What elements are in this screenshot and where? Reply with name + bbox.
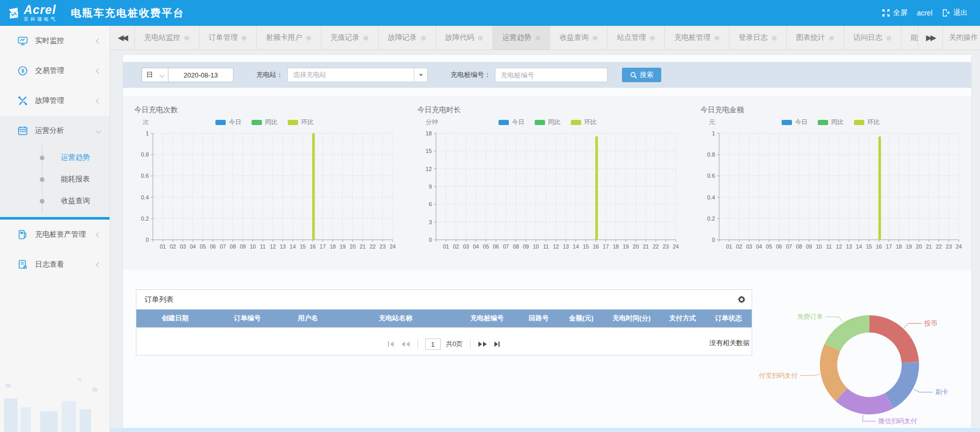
logout-button[interactable]: 退出 (942, 8, 968, 18)
tab-close-icon[interactable]: ⊗ (829, 34, 834, 42)
legend-item-今日[interactable]: 今日 (782, 118, 807, 127)
column-header-充电站名称[interactable]: 充电站名称 (335, 314, 456, 323)
svg-text:16: 16 (593, 243, 599, 250)
tab-close-icon[interactable]: ⊗ (478, 34, 484, 42)
tabs-scroll-left-button[interactable]: ◀◀ (110, 26, 135, 50)
tab-list: 充电站监控⊗订单管理⊗射频卡用户⊗充值记录⊗故障记录⊗故障代码⊗运营趋势⊗收益查… (135, 26, 918, 50)
tab-访问日志[interactable]: 访问日志⊗ (844, 26, 901, 50)
legend-item-环比[interactable]: 环比 (854, 118, 880, 127)
svg-text:0: 0 (429, 237, 432, 243)
svg-text:10: 10 (533, 243, 539, 250)
period-select[interactable]: 日 (142, 68, 168, 82)
tab-充电桩管理[interactable]: 充电桩管理⊗ (665, 26, 729, 50)
column-header-充电桩编号[interactable]: 充电桩编号 (456, 314, 518, 323)
first-page-button[interactable] (387, 341, 396, 347)
tab-运营趋势[interactable]: 运营趋势⊗ (493, 26, 550, 50)
tab-close-icon[interactable]: ⊗ (241, 34, 247, 42)
tab-登录日志[interactable]: 登录日志⊗ (729, 26, 787, 50)
column-header-创建日期[interactable]: 创建日期 (136, 314, 214, 323)
sidebar-subitem-运营趋势[interactable]: 运营趋势 (0, 147, 110, 168)
svg-text:0: 0 (712, 237, 715, 243)
tab-label: 运营趋势 (502, 33, 531, 42)
search-button[interactable]: 搜索 (622, 68, 661, 82)
pile-number-input[interactable] (495, 68, 608, 82)
select-arrow-zone[interactable] (414, 68, 427, 82)
tab-close-icon[interactable]: ⊗ (421, 34, 426, 42)
legend-item-同比[interactable]: 同比 (818, 118, 844, 127)
username-menu[interactable]: acrel (917, 9, 932, 17)
sidebar-subitem-能耗报表[interactable]: 能耗报表 (0, 168, 110, 190)
column-header-充电时间(分)[interactable]: 充电时间(分) (603, 314, 660, 323)
column-header-订单编号[interactable]: 订单编号 (214, 314, 281, 323)
sidebar-menu: 实时监控¥交易管理故障管理运营分析运营趋势能耗报表收益查询充电桩资产管理日志查看 (0, 26, 110, 280)
column-header-回路号[interactable]: 回路号 (518, 314, 559, 323)
station-select[interactable]: 选择充电站 (287, 68, 428, 82)
tab-close-icon[interactable]: ⊗ (184, 34, 190, 42)
column-header-支付方式[interactable]: 支付方式 (660, 314, 705, 323)
tab-充值记录[interactable]: 充值记录⊗ (321, 26, 379, 50)
tab-close-icon[interactable]: ⊗ (592, 34, 598, 42)
sidebar-item-充电桩资产管理[interactable]: 充电桩资产管理 (0, 220, 110, 250)
content-card: 日 充电站： 选择充电站 充电桩编号： (122, 54, 972, 432)
fullscreen-label: 全屏 (893, 8, 908, 18)
tab-close-icon[interactable]: ⊗ (363, 34, 369, 42)
page-number-input[interactable] (425, 338, 441, 350)
date-input[interactable] (168, 68, 234, 82)
tab-close-icon[interactable]: ⊗ (886, 34, 892, 42)
sidebar-nav: 实时监控¥交易管理故障管理运营分析运营趋势能耗报表收益查询充电桩资产管理日志查看 (0, 26, 110, 432)
table-settings-button[interactable] (738, 296, 745, 303)
sidebar-submenu: 运营趋势能耗报表收益查询 (0, 146, 110, 217)
chart-charge-count: 今日充电次数 次 今日同比环比 00.20.40.60.810102030405… (123, 101, 406, 260)
legend-item-同比[interactable]: 同比 (535, 118, 561, 127)
last-page-button[interactable] (492, 341, 501, 347)
svg-text:15: 15 (426, 148, 432, 154)
sidebar-item-日志查看[interactable]: 日志查看 (0, 250, 110, 280)
sidebar-item-故障管理[interactable]: 故障管理 (0, 86, 110, 116)
legend-item-环比[interactable]: 环比 (288, 118, 314, 127)
svg-text:07: 07 (220, 243, 226, 250)
svg-text:22: 22 (936, 243, 942, 250)
svg-text:刷卡: 刷卡 (935, 389, 948, 396)
chevron-left-icon (96, 262, 101, 267)
column-header-订单状态[interactable]: 订单状态 (705, 314, 752, 323)
sidebar-item-实时监控[interactable]: 实时监控 (0, 26, 110, 56)
tab-故障代码[interactable]: 故障代码⊗ (436, 26, 493, 50)
total-pages-label: 共0页 (446, 340, 463, 349)
sidebar-item-交易管理[interactable]: ¥交易管理 (0, 56, 110, 86)
tab-收益查询[interactable]: 收益查询⊗ (550, 26, 608, 50)
tab-close-icon[interactable]: ⊗ (306, 34, 312, 42)
tab-站点管理[interactable]: 站点管理⊗ (608, 26, 665, 50)
legend-item-同比[interactable]: 同比 (252, 118, 277, 127)
legend-item-环比[interactable]: 环比 (571, 118, 597, 127)
svg-text:18: 18 (896, 243, 902, 250)
chevron-down-icon (160, 72, 165, 78)
tabs-scroll-right-button[interactable]: ▶▶ (918, 26, 943, 50)
legend-item-今日[interactable]: 今日 (499, 118, 524, 127)
fullscreen-button[interactable]: 全屏 (882, 8, 908, 18)
tab-故障记录[interactable]: 故障记录⊗ (379, 26, 436, 50)
sidebar-item-运营分析[interactable]: 运营分析 (0, 116, 110, 146)
tab-close-icon[interactable]: ⊗ (771, 34, 777, 42)
tab-close-icon[interactable]: ⊗ (714, 34, 720, 42)
svg-text:0: 0 (146, 237, 149, 243)
svg-text:07: 07 (503, 243, 509, 250)
tab-label: 充电站监控 (144, 33, 180, 42)
next-page-icon (478, 341, 487, 347)
close-operations-menu[interactable]: 关闭操作 (943, 26, 980, 50)
sidebar-subitem-label: 能耗报表 (61, 175, 90, 184)
tab-能耗报表[interactable]: 能耗报表⊗ (901, 26, 918, 50)
tab-订单管理[interactable]: 订单管理⊗ (199, 26, 257, 50)
tab-射频卡用户[interactable]: 射频卡用户⊗ (257, 26, 321, 50)
tab-close-icon[interactable]: ⊗ (535, 34, 540, 42)
column-header-金额(元)[interactable]: 金额(元) (559, 314, 603, 323)
next-page-button[interactable] (478, 341, 487, 347)
sidebar-subitem-收益查询[interactable]: 收益查询 (0, 190, 110, 212)
bottom-scroll-strip[interactable] (110, 428, 980, 432)
legend-item-今日[interactable]: 今日 (215, 118, 241, 127)
tab-充电站监控[interactable]: 充电站监控⊗ (135, 26, 199, 50)
tab-图表统计[interactable]: 图表统计⊗ (787, 26, 844, 50)
prev-page-button[interactable] (401, 341, 410, 347)
column-header-用户名[interactable]: 用户名 (281, 314, 335, 323)
tab-close-icon[interactable]: ⊗ (649, 34, 655, 42)
chart-title: 今日充电次数 (123, 101, 406, 116)
